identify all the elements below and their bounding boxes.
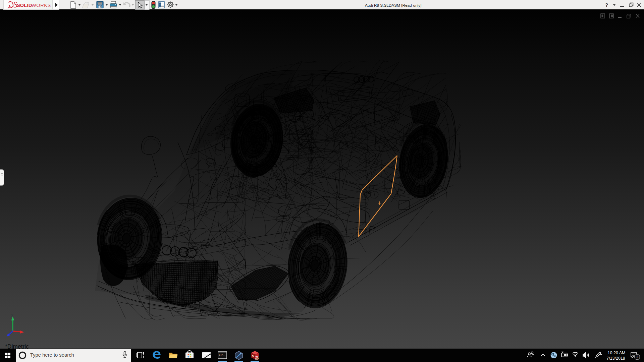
- svg-text:C:\_: C:\_: [219, 354, 225, 356]
- svg-text:2017: 2017: [255, 358, 259, 360]
- svg-text:?: ?: [605, 2, 608, 8]
- svg-text:*Dimetric: *Dimetric: [5, 343, 29, 349]
- svg-text:2: 2: [636, 355, 638, 359]
- svg-text:SOLID: SOLID: [17, 3, 32, 8]
- svg-text:y: y: [11, 313, 13, 317]
- svg-text:S: S: [252, 355, 254, 358]
- svg-text:WORKS: WORKS: [32, 3, 51, 8]
